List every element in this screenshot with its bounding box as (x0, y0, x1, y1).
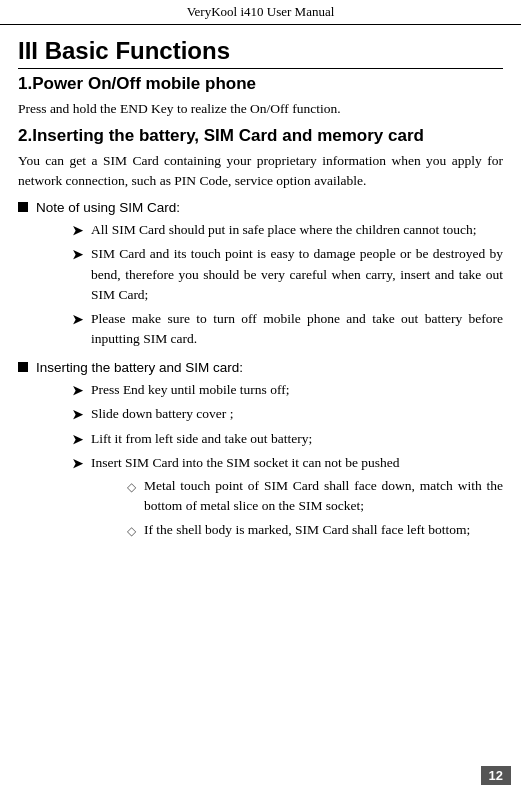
arrow-icon-1-1: ➤ (72, 221, 83, 241)
sub-item-2-1: ➤ Press End key until mobile turns off; (72, 380, 503, 401)
page-header: VeryKool i410 User Manual (0, 0, 521, 25)
sub-item-2-4: ➤ Insert SIM Card into the SIM socket it… (72, 453, 503, 544)
sub-list-2: ➤ Press End key until mobile turns off; … (52, 380, 503, 545)
arrow-icon-2-3: ➤ (72, 430, 83, 450)
sub-list-1: ➤ All SIM Card should put in safe place … (52, 220, 503, 350)
arrow-icon-2-4: ➤ (72, 454, 83, 474)
arrow-icon-2-2: ➤ (72, 405, 83, 425)
arrow-icon-1-3: ➤ (72, 310, 83, 330)
bullet-item-1: Note of using SIM Card: ➤ All SIM Card s… (18, 198, 503, 354)
main-title: III Basic Functions (18, 37, 503, 66)
diamond-list-1: ◇ Metal touch point of SIM Card shall fa… (107, 476, 503, 541)
sub-item-1-2: ➤ SIM Card and its touch point is easy t… (72, 244, 503, 305)
subsection1-para: Press and hold the END Key to realize th… (18, 99, 503, 119)
diamond-icon-2: ◇ (127, 522, 136, 540)
bullet-item-2: Inserting the battery and SIM card: ➤ Pr… (18, 358, 503, 549)
sub-item-1-1: ➤ All SIM Card should put in safe place … (72, 220, 503, 241)
arrow-icon-2-1: ➤ (72, 381, 83, 401)
arrow-icon-1-2: ➤ (72, 245, 83, 265)
main-bullet-list: Note of using SIM Card: ➤ All SIM Card s… (18, 198, 503, 549)
diamond-item-1: ◇ Metal touch point of SIM Card shall fa… (127, 476, 503, 517)
page-number: 12 (481, 766, 511, 785)
subsection2-para: You can get a SIM Card containing your p… (18, 151, 503, 192)
bullet-square-icon-1 (18, 202, 28, 212)
page-content: III Basic Functions 1.Power On/Off mobil… (0, 25, 521, 592)
title-divider (18, 68, 503, 69)
sub-item-2-3: ➤ Lift it from left side and take out ba… (72, 429, 503, 450)
subsection1-title: 1.Power On/Off mobile phone (18, 73, 503, 95)
sub-item-2-2: ➤ Slide down battery cover ; (72, 404, 503, 425)
diamond-item-2: ◇ If the shell body is marked, SIM Card … (127, 520, 503, 540)
bullet-square-icon-2 (18, 362, 28, 372)
subsection2-title: 2.Inserting the battery, SIM Card and me… (18, 125, 503, 147)
diamond-icon-1: ◇ (127, 478, 136, 496)
sub-item-1-3: ➤ Please make sure to turn off mobile ph… (72, 309, 503, 350)
